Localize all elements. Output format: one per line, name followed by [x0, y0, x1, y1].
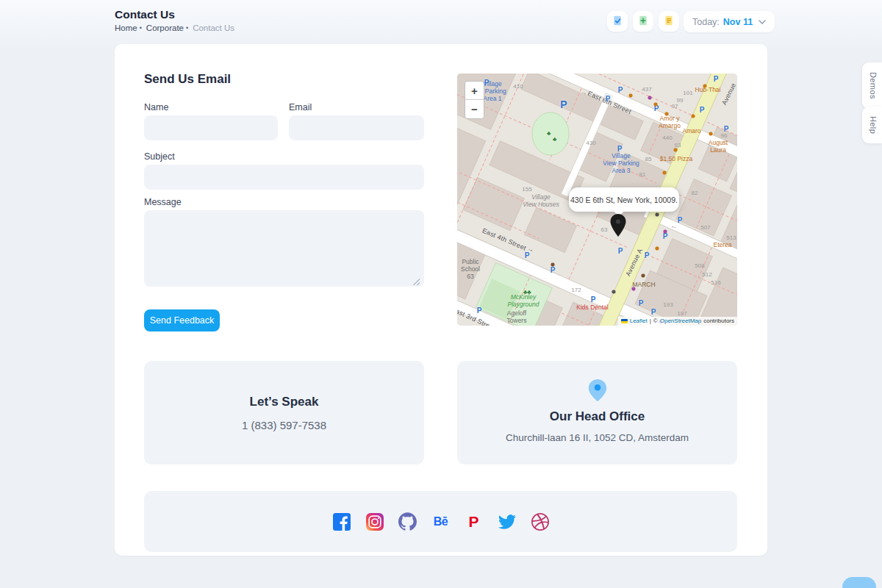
poi-icon: [654, 103, 658, 107]
poi-icon: [663, 171, 667, 175]
poi-icon: [551, 263, 555, 267]
breadcrumb-separator: •: [140, 24, 142, 32]
map-place-label: Amor y Amargo: [659, 115, 681, 129]
map-street-label: East 6th Street: [587, 90, 633, 116]
map-house-number: 516: [711, 279, 720, 287]
attribution-copyright: ©: [653, 318, 658, 324]
parking-icon: P: [617, 145, 623, 154]
phone-number: 1 (833) 597-7538: [242, 419, 326, 431]
map-popup-text: 430 E 6th St, New York, 10009.: [570, 196, 678, 204]
map-attribution: Leaflet | © OpenStreetMap contributors: [618, 317, 737, 326]
file-check-button[interactable]: [607, 11, 628, 32]
poi-icon: [648, 96, 652, 100]
map-house-number: 430: [586, 140, 595, 147]
parking-icon: P: [663, 232, 668, 241]
breadcrumb-item: Contact Us: [193, 24, 234, 32]
parking-icon: P: [654, 104, 659, 113]
map-place-label: Village View Houses: [523, 193, 559, 208]
map-place-label: McKinley Playground: [507, 293, 539, 308]
map-house-number: 96: [721, 132, 728, 140]
lets-speak-card: Let’s Speak 1 (833) 597-7538: [144, 361, 424, 465]
map-place-label: $1.50 Pizza: [660, 155, 692, 162]
zoom-out-button[interactable]: −: [465, 100, 484, 118]
lets-speak-title: Let’s Speak: [250, 395, 319, 409]
breadcrumb-separator: •: [186, 24, 188, 32]
poi-icon: [674, 148, 678, 152]
date-selector[interactable]: Today: Nov 11: [684, 11, 775, 32]
date-prefix: Today:: [692, 17, 720, 27]
parking-icon: P: [678, 216, 683, 225]
oneway-arrow-icon: →: [526, 244, 536, 254]
parking-icon: P: [639, 299, 644, 308]
map-house-number: 81: [639, 171, 646, 179]
instagram-icon[interactable]: [365, 512, 384, 531]
side-tab-demos[interactable]: Demos: [862, 62, 882, 109]
map-house-number: 440: [662, 135, 672, 142]
date-value: Nov 11: [723, 17, 753, 27]
poi-icon: [709, 132, 713, 136]
dribbble-icon[interactable]: [531, 512, 550, 531]
ukraine-flag-icon: [621, 319, 628, 323]
zoom-in-button[interactable]: +: [465, 82, 484, 100]
parking-icon: P: [591, 295, 596, 304]
parking-icon: P: [700, 106, 705, 115]
poi-icon: [703, 85, 707, 88]
twitter-icon[interactable]: [498, 512, 517, 531]
chevron-down-icon: [759, 20, 766, 24]
map-place-label: August Laura: [709, 139, 728, 154]
map-house-number: 82: [692, 190, 698, 197]
map-house-number: 85: [645, 156, 652, 163]
email-label: Email: [289, 102, 312, 112]
subject-input[interactable]: [144, 165, 424, 190]
facebook-icon[interactable]: [332, 512, 351, 531]
name-input[interactable]: [144, 115, 278, 140]
behance-icon[interactable]: Bē: [431, 512, 451, 531]
parking-icon: P: [560, 98, 567, 111]
map-house-number: 63: [601, 226, 608, 234]
map-house-number: 93: [675, 142, 681, 149]
message-textarea[interactable]: [144, 210, 424, 287]
parking-icon: P: [724, 125, 729, 134]
map-house-number: 172: [571, 287, 581, 294]
map-house-number: 101: [683, 90, 692, 97]
parking-icon: P: [484, 79, 490, 87]
parking-icon: P: [618, 86, 623, 95]
leaflet-link[interactable]: Leaflet: [630, 318, 648, 324]
map-zoom-control: + −: [465, 81, 484, 119]
parking-icon: P: [651, 308, 656, 317]
head-office-card: Our Head Office Churchill-laan 16 II, 10…: [457, 361, 737, 465]
map[interactable]: ♣ ♣ ♣♣ East 6th StreetEast 4th StreetEas…: [457, 74, 737, 326]
breadcrumb-item[interactable]: Corporate: [146, 24, 184, 32]
file-check-icon: [612, 15, 623, 29]
file-lines-button[interactable]: [659, 11, 679, 32]
side-tab-help[interactable]: Help: [862, 107, 882, 143]
osm-link[interactable]: OpenStreetMap: [660, 318, 701, 324]
name-label: Name: [144, 102, 168, 112]
map-place-label: Eterea: [713, 241, 731, 248]
map-house-number: 507: [700, 224, 710, 232]
map-house-number: 410: [513, 83, 523, 90]
send-feedback-button[interactable]: Send Feedback: [144, 309, 220, 331]
poi-icon: [656, 213, 659, 217]
map-house-number: 513: [726, 234, 736, 242]
email-input[interactable]: [289, 115, 424, 140]
head-office-title: Our Head Office: [550, 409, 645, 424]
map-house-number: 512: [702, 271, 711, 279]
poi-icon: [656, 247, 659, 251]
map-street-label: East 4th Street: [481, 227, 527, 253]
parking-icon: P: [551, 266, 556, 275]
breadcrumb-item[interactable]: Home: [115, 24, 137, 32]
map-place-label: Village View Parking Area 3: [603, 152, 639, 175]
file-plus-button[interactable]: [633, 11, 653, 32]
github-icon[interactable]: [398, 512, 417, 531]
poi-icon: [632, 287, 636, 291]
location-pin-icon: [588, 379, 607, 401]
parking-icon: P: [618, 247, 623, 256]
chat-fab-button[interactable]: [842, 577, 876, 588]
breadcrumb: Home•Corporate•Contact Us: [115, 24, 234, 32]
map-marker-icon[interactable]: [609, 213, 628, 237]
pinterest-icon[interactable]: P: [465, 512, 484, 531]
poi-icon: [665, 112, 669, 116]
map-place-label: Kids Dental: [576, 304, 608, 311]
contact-card: Send Us Email Name Email Subject Message…: [115, 44, 767, 556]
